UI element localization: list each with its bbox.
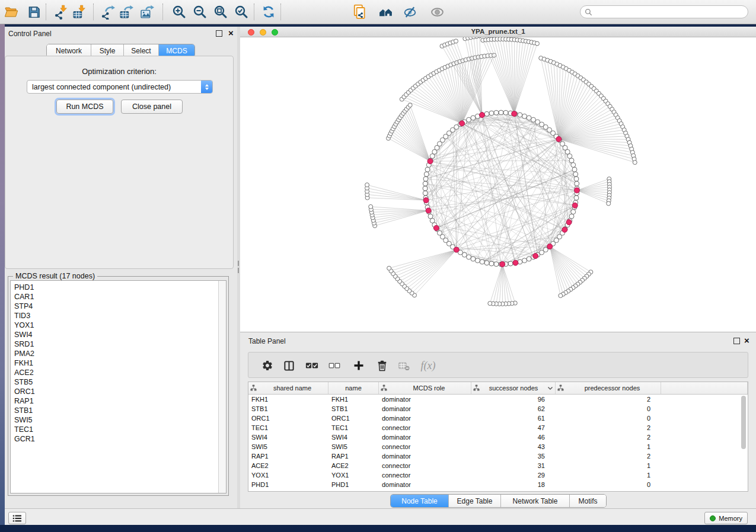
column-header[interactable]: name bbox=[328, 382, 379, 394]
mcds-result-item[interactable]: STB5 bbox=[14, 377, 218, 387]
column-header[interactable]: predecessor nodes bbox=[556, 382, 661, 394]
optimization-criterion-dropdown[interactable]: largest connected component (undirected) bbox=[27, 80, 213, 94]
open-file-icon[interactable] bbox=[4, 4, 19, 20]
table-row[interactable]: TEC1TEC1connector472 bbox=[248, 423, 748, 432]
zoom-selected-icon[interactable] bbox=[234, 4, 249, 20]
memory-button[interactable]: Memory bbox=[704, 512, 748, 524]
mcds-tab-content: Optimization criterion: largest connecte… bbox=[5, 56, 234, 269]
mcds-result-item[interactable]: FKH1 bbox=[14, 358, 218, 368]
mcds-result-item[interactable]: CAR1 bbox=[14, 292, 218, 302]
table-row[interactable]: SWI5SWI5connector431 bbox=[248, 442, 748, 451]
deselect-all-rows-icon[interactable] bbox=[327, 358, 342, 373]
table-header-row[interactable]: shared namenameMCDS rolesuccessor nodesp… bbox=[248, 382, 748, 395]
tab-edge-table[interactable]: Edge Table bbox=[449, 495, 501, 507]
delete-table-disabled-icon bbox=[396, 358, 412, 373]
show-columns-icon[interactable] bbox=[281, 358, 296, 373]
refresh-network-icon[interactable] bbox=[261, 4, 276, 20]
mcds-result-item[interactable]: PHD1 bbox=[14, 283, 218, 292]
zoom-in-icon[interactable] bbox=[171, 4, 187, 20]
table-row[interactable]: RAP1RAP1dominator352 bbox=[248, 451, 748, 461]
mcds-result-item[interactable]: SRD1 bbox=[14, 339, 218, 349]
toolbar-separator bbox=[46, 4, 46, 20]
close-table-panel-icon[interactable]: × bbox=[744, 337, 749, 344]
search-box[interactable] bbox=[580, 5, 748, 18]
save-session-icon[interactable] bbox=[26, 4, 42, 20]
control-panel-title: Control Panel bbox=[8, 30, 52, 38]
close-panel-button[interactable]: Close panel bbox=[121, 100, 183, 114]
mcds-result-item[interactable]: SWI4 bbox=[14, 330, 218, 339]
table-cell: SWI5 bbox=[328, 443, 379, 450]
toolbar-separator bbox=[162, 4, 163, 20]
select-all-rows-icon[interactable] bbox=[304, 358, 320, 373]
table-row[interactable]: PHD1PHD1dominator180 bbox=[248, 480, 748, 489]
table-cell: 2 bbox=[556, 396, 661, 403]
tab-network[interactable]: Network bbox=[47, 44, 91, 57]
table-cell: STB1 bbox=[328, 405, 379, 412]
table-body[interactable]: FKH1FKH1dominator962STB1STB1dominator620… bbox=[248, 395, 748, 489]
mcds-result-item[interactable]: STB1 bbox=[14, 406, 218, 415]
tab-motifs[interactable]: Motifs bbox=[570, 495, 606, 507]
network-window-titlebar[interactable]: YPA_prune.txt_1 bbox=[240, 27, 756, 37]
mcds-result-item[interactable]: STP4 bbox=[14, 302, 218, 311]
run-mcds-button[interactable]: Run MCDS bbox=[56, 100, 113, 114]
mcds-result-item[interactable]: TID3 bbox=[14, 311, 218, 321]
table-row[interactable]: FKH1FKH1dominator962 bbox=[248, 395, 748, 404]
mcds-result-item[interactable]: YOX1 bbox=[14, 321, 218, 330]
table-row[interactable]: ACE2ACE2connector311 bbox=[248, 461, 748, 470]
export-table-icon[interactable] bbox=[119, 4, 134, 20]
mcds-result-item[interactable]: ORC1 bbox=[14, 387, 218, 396]
search-input[interactable] bbox=[595, 7, 748, 17]
table-row[interactable]: YOX1YOX1connector291 bbox=[248, 470, 748, 480]
table-cell: dominator bbox=[379, 434, 471, 441]
table-row[interactable]: STB1STB1dominator620 bbox=[248, 404, 748, 414]
mcds-result-item[interactable]: SWI5 bbox=[14, 415, 218, 425]
tab-node-table[interactable]: Node Table bbox=[391, 495, 449, 507]
table-cell: 0 bbox=[556, 405, 661, 412]
mcds-result-item[interactable]: GCR1 bbox=[14, 434, 218, 444]
float-panel-icon[interactable] bbox=[216, 30, 222, 37]
import-network-icon[interactable] bbox=[53, 4, 69, 20]
zoom-out-icon[interactable] bbox=[192, 4, 208, 20]
table-row[interactable]: SWI4SWI4dominator462 bbox=[248, 432, 748, 442]
export-image-icon[interactable] bbox=[139, 4, 155, 20]
mcds-result-list[interactable]: PHD1CAR1STP4TID3YOX1SWI4SRD1PMA2FKH1ACE2… bbox=[11, 281, 218, 493]
mcds-result-item[interactable]: ACE2 bbox=[14, 368, 218, 377]
hide-selected-icon[interactable] bbox=[403, 4, 418, 20]
task-history-button[interactable] bbox=[8, 512, 26, 524]
group-nodes-icon[interactable] bbox=[378, 4, 393, 20]
mcds-result-title: MCDS result (17 nodes) bbox=[13, 272, 97, 280]
toolbar-separator bbox=[280, 4, 281, 20]
table-cell: dominator bbox=[379, 453, 471, 460]
delete-column-icon[interactable] bbox=[374, 358, 390, 373]
table-cell: FKH1 bbox=[248, 396, 328, 403]
mcds-list-scrollbar[interactable] bbox=[218, 281, 226, 493]
show-all-icon[interactable] bbox=[429, 4, 445, 20]
float-table-panel-icon[interactable] bbox=[733, 338, 740, 344]
tab-network-table[interactable]: Network Table bbox=[501, 495, 570, 507]
tab-select[interactable]: Select bbox=[124, 44, 159, 57]
close-panel-icon[interactable]: × bbox=[228, 30, 234, 36]
mcds-result-item[interactable]: TEC1 bbox=[14, 425, 218, 434]
column-header[interactable]: shared name bbox=[248, 382, 328, 394]
main-toolbar bbox=[0, 0, 756, 24]
import-table-icon[interactable] bbox=[72, 4, 87, 20]
table-cell: dominator bbox=[379, 481, 471, 488]
share-network-icon[interactable] bbox=[352, 4, 368, 20]
node-table[interactable]: shared namenameMCDS rolesuccessor nodesp… bbox=[248, 382, 748, 492]
table-cell: 43 bbox=[471, 443, 556, 450]
column-header[interactable]: successor nodes bbox=[471, 382, 556, 394]
table-scrollbar[interactable] bbox=[741, 396, 746, 449]
table-row[interactable]: ORC1ORC1dominator610 bbox=[248, 414, 748, 423]
export-network-icon[interactable] bbox=[100, 4, 116, 20]
node-attribute-icon bbox=[557, 384, 564, 392]
table-cell: ORC1 bbox=[328, 415, 379, 422]
zoom-fit-icon[interactable] bbox=[213, 4, 228, 20]
table-options-gear-icon[interactable] bbox=[260, 358, 275, 373]
add-column-icon[interactable] bbox=[351, 358, 366, 373]
tab-style[interactable]: Style bbox=[91, 44, 124, 57]
network-canvas[interactable] bbox=[240, 37, 756, 332]
mcds-result-item[interactable]: RAP1 bbox=[14, 396, 218, 406]
tab-mcds[interactable]: MCDS bbox=[159, 44, 194, 57]
mcds-result-item[interactable]: PMA2 bbox=[14, 349, 218, 358]
column-header[interactable]: MCDS role bbox=[379, 382, 471, 394]
